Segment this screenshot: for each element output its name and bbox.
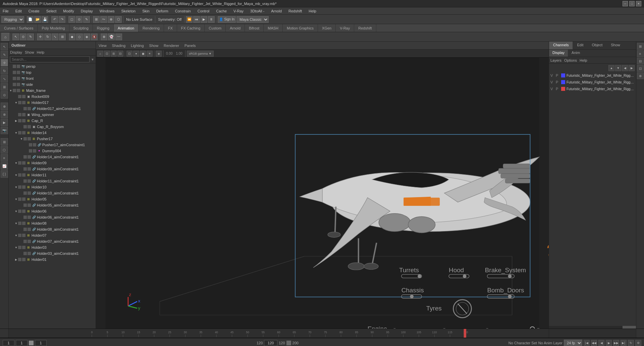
tree-item[interactable]: 🔗Holder10_aimConstraint1 [9, 190, 96, 196]
tree-expand-arrow[interactable] [19, 167, 23, 171]
tree-expand-arrow[interactable]: ▼ [14, 131, 18, 135]
tree-item[interactable]: 📷persp [9, 63, 96, 69]
scene-canvas[interactable]: 20 Turrets Hood Brake_System Chassis [96, 58, 549, 329]
tree-expand-arrow[interactable] [19, 215, 23, 219]
select-tool-btn[interactable]: ↖ [12, 34, 19, 40]
smooth-btn[interactable]: ● [133, 51, 139, 57]
rt-btn3[interactable]: ⊟ [637, 58, 644, 64]
anim-ctrl3[interactable]: ▶ [201, 16, 207, 23]
tree-item[interactable]: ✦Dummy004 [9, 148, 96, 154]
texture-btn[interactable]: ◼ [140, 51, 146, 57]
tree-expand-arrow[interactable]: ▶ [14, 257, 18, 262]
tab-curves-surfaces[interactable]: Curves / Surfaces [0, 24, 38, 32]
tab-rigging[interactable]: Rigging [93, 24, 114, 32]
tree-item[interactable]: 🔗Holder11_aimConstraint1 [9, 178, 96, 184]
channel-name-3[interactable]: Futuristic_Military_Fighter_Jet_White_Ri… [567, 87, 635, 91]
tree-expand-arrow[interactable]: ▼ [14, 221, 18, 225]
save-btn[interactable]: 💾 [42, 16, 48, 23]
menu-help[interactable]: Help [307, 8, 318, 14]
move-icon[interactable]: ✛ [1, 59, 8, 66]
tab-fx-caching[interactable]: FX Caching [177, 24, 205, 32]
mute-btn[interactable]: 🔇 [91, 34, 98, 40]
rt-btn1[interactable]: ⊞ [637, 43, 644, 50]
tree-item[interactable]: ▼⊞Holder10 [9, 184, 96, 190]
tree-item[interactable]: 📷side [9, 81, 96, 88]
frame-input2[interactable] [16, 340, 28, 346]
tree-expand-arrow[interactable] [19, 239, 23, 243]
render-toggle-2[interactable]: P [556, 80, 560, 84]
vp-menu-lighting[interactable]: Lighting [129, 43, 145, 48]
tab-fx[interactable]: FX [164, 24, 177, 32]
display-tab[interactable]: Display [549, 50, 568, 57]
fps-dropdown[interactable]: 24 fps [564, 340, 582, 346]
rp-tab-edit[interactable]: Edit [573, 42, 588, 49]
rp-menu-options[interactable]: Options [564, 58, 577, 62]
lasso-btn[interactable]: ⊙ [76, 16, 83, 23]
transform-icon[interactable]: ⊞ [1, 83, 8, 91]
tab-xgen[interactable]: XGen [318, 24, 336, 32]
menu-redshift[interactable]: Redshift [287, 8, 303, 14]
grid-icon[interactable]: ⊞ [1, 138, 8, 146]
tree-expand-arrow[interactable] [25, 143, 29, 147]
soft-select-icon[interactable]: ⊙ [1, 91, 8, 99]
tree-expand-arrow[interactable]: ▼ [14, 233, 18, 237]
tree-item[interactable]: 🔗Holder03_aimConstraint1 [9, 250, 96, 256]
tree-expand-arrow[interactable] [25, 149, 29, 153]
menu-skeleton[interactable]: Skeleton [120, 8, 137, 14]
menu-constrain[interactable]: Constrain [174, 8, 192, 14]
tab-poly-modeling[interactable]: Poly Modeling [38, 24, 69, 32]
uv-icon[interactable]: ⬡ [1, 146, 8, 154]
constraint-btn[interactable]: ⊗ [101, 34, 107, 40]
tree-item[interactable]: ▣Cap_R_Boyyom [9, 124, 96, 130]
rt-btn4[interactable]: ⊡ [637, 65, 644, 72]
channel-name-1[interactable]: Futuristic_Military_Fighter_Jet_White_Ri… [567, 74, 635, 77]
tree-item[interactable]: 🔗Holder017_aimConstraint1 [9, 106, 96, 112]
tab-vray[interactable]: V-Ray [336, 24, 354, 32]
transform-btn[interactable]: ⊞ [59, 34, 66, 40]
rotate-icon[interactable]: ↻ [1, 67, 8, 74]
menu-windows[interactable]: Windows [98, 8, 116, 14]
paint-btn[interactable]: ✎ [83, 16, 90, 23]
play-btn[interactable]: ▶ [606, 340, 612, 346]
settings-btn[interactable]: ⚙ [635, 340, 641, 346]
tree-expand-arrow[interactable] [9, 76, 13, 80]
tree-item[interactable]: ▣Wing_spinner [9, 112, 96, 118]
fit-all-btn[interactable]: ⊡ [104, 51, 110, 57]
maximize-button[interactable]: □ [629, 1, 635, 6]
menu-select[interactable]: Select [45, 8, 58, 14]
script-icon[interactable]: { } [1, 170, 8, 178]
snap-surface-btn[interactable]: ⬡ [115, 16, 122, 23]
tab-arnold[interactable]: Arnold [226, 24, 245, 32]
minimize-button[interactable]: ─ [623, 1, 628, 6]
tab-mash[interactable]: MASH [264, 24, 283, 32]
open-btn[interactable]: 📂 [34, 16, 41, 23]
tree-expand-arrow[interactable] [9, 64, 13, 68]
search-dropdown-icon[interactable]: ▼ [91, 58, 94, 61]
breakdown-btn[interactable]: ◇ [76, 34, 83, 40]
tree-expand-arrow[interactable]: ▼ [14, 161, 18, 165]
rp-tab-show[interactable]: Show [607, 42, 625, 49]
tree-expand-arrow[interactable] [9, 70, 13, 74]
tab-motion-graphics[interactable]: Motion Graphics [283, 24, 318, 32]
tree-expand-arrow[interactable]: ▼ [14, 245, 18, 249]
tab-rendering[interactable]: Rendering [139, 24, 164, 32]
menu-cache[interactable]: Cache [215, 8, 228, 14]
tree-item[interactable]: 🔗Pusher17_aimConstraint1 [9, 142, 96, 148]
inbetween-btn[interactable]: ◈ [84, 34, 90, 40]
menu-deform[interactable]: Deform [155, 8, 170, 14]
tree-expand-arrow[interactable]: ▼ [14, 101, 18, 105]
tree-expand-arrow[interactable] [19, 179, 23, 183]
key-btn[interactable]: ◆ [69, 34, 75, 40]
menu-modify[interactable]: Modify [62, 8, 75, 14]
vp-menu-shading[interactable]: Shading [111, 43, 127, 48]
tree-item[interactable]: ▼⊞Holder017 [9, 100, 96, 106]
anim-ctrl1[interactable]: ⏪ [186, 16, 193, 23]
menu-edit[interactable]: Edit [14, 8, 23, 14]
render-toggle-3[interactable]: P [556, 87, 560, 91]
tree-expand-arrow[interactable] [14, 95, 18, 99]
loop-btn[interactable]: ↻ [628, 340, 634, 346]
rt-btn2[interactable]: ≡ [637, 50, 644, 57]
rp-tab-object[interactable]: Object [588, 42, 607, 49]
tree-expand-arrow[interactable] [19, 227, 23, 231]
paint-icon[interactable]: ✎ [1, 51, 8, 58]
